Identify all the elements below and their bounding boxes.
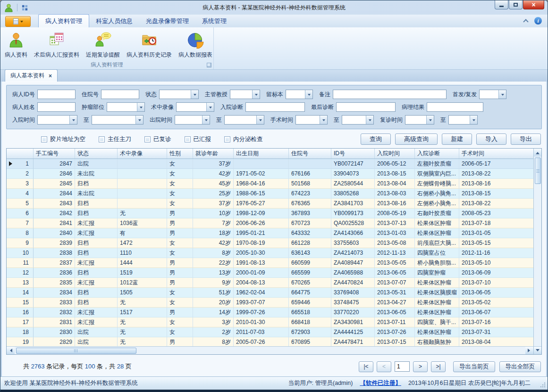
dropdown-arrow-icon[interactable] [366,116,373,124]
row-header[interactable]: 2 [7,169,34,179]
table-row[interactable]: 72841未汇报1036蓝男7岁2006-06-26670723QA002552… [7,218,533,228]
ribbon-tab-disc-video-management[interactable]: 光盘录像带管理 [139,15,195,27]
table-row[interactable]: 52843归档女37岁1976-05-27676365ZA38417032013… [7,199,533,209]
table-row[interactable]: 152833归档无女20岁1993-07-0765944633748475201… [7,298,533,308]
scroll-left-button[interactable] [7,347,15,354]
checkbox-item-revisited[interactable]: 已复诊 [144,135,171,143]
row-header[interactable]: 4 [7,189,34,199]
checkbox-endocrine-exam[interactable] [224,136,230,142]
dropdown-arrow-icon[interactable] [470,116,477,124]
import-button[interactable]: 导入 [476,133,506,145]
filter-select-status[interactable] [159,90,199,99]
first-page-button[interactable]: |< [359,361,373,372]
dropdown-arrow-icon[interactable] [202,116,210,124]
dropdown-arrow-icon[interactable] [252,90,260,99]
checkbox-item-chief-surgeon[interactable]: 主任主刀 [99,135,131,143]
table-row[interactable]: 22846未出院女42岁1971-05-02676166339040732013… [7,169,533,179]
column-header-surgery-date[interactable]: 手术时间 [459,149,533,158]
ribbon-button-data-report[interactable]: 病人数据报表 [175,30,216,60]
table-row[interactable]: 182830出院无女2岁2011-07-03672903ZA4444125201… [7,327,533,337]
new-button[interactable]: 新建 [442,133,472,145]
dropdown-arrow-icon[interactable] [206,103,214,111]
filter-select-admit-date-to[interactable] [92,115,143,125]
column-header-manual-no[interactable]: 手工编号 [34,149,75,158]
info-icon[interactable]: i [534,17,542,25]
row-header[interactable]: 9 [7,238,34,248]
page-number-input[interactable] [395,361,410,372]
column-header-inpatient-no[interactable]: 住院号 [289,149,331,158]
filter-select-admit-date-from[interactable] [37,115,77,125]
filter-input-remark[interactable] [333,91,446,99]
row-header[interactable]: 14 [7,288,34,298]
checkbox-item-endocrine-exam[interactable]: 内分泌检查 [224,135,263,143]
table-row[interactable]: 192829出院无男8岁2005-07-26670895ZA4478471201… [7,337,533,346]
filter-select-first-or-relapse[interactable] [479,90,506,99]
column-header-admit-diagnosis[interactable]: 入院诊断 [415,149,459,158]
row-header[interactable]: 13 [7,278,34,288]
ribbon-button-revisit-reminder[interactable]: 近期复诊提醒 [83,30,123,60]
filter-input-patient-id[interactable] [38,91,75,99]
row-header[interactable]: 12 [7,268,34,278]
ribbon-button-post-op-report[interactable]: 术后病人汇报资料 [31,30,83,60]
dropdown-arrow-icon[interactable] [135,116,143,124]
export-button[interactable]: 导出 [511,133,541,145]
export-all-pages-button[interactable]: 导出全部页 [499,361,541,372]
row-header[interactable]: 16 [7,308,34,317]
column-header-status[interactable]: 状态 [75,149,118,158]
table-row[interactable]: 142834归档1505女51岁1962-02-0466477533769408… [7,288,533,298]
query-button[interactable]: 查询 [361,133,391,145]
checkbox-item-film-address-empty[interactable]: 胶片地址为空 [41,135,85,143]
close-tab-icon[interactable]: × [49,73,52,79]
resize-grip[interactable] [540,382,546,388]
filter-select-discharge-date-to[interactable] [224,115,264,125]
close-button[interactable]: × [523,0,544,9]
table-row[interactable]: 172831未汇报无女3岁2010-01-30668418ZA343098120… [7,317,533,327]
tab-patient-basic-info[interactable]: 病人基本资料 × [5,69,58,82]
minimize-button[interactable] [495,0,508,9]
scroll-up-button[interactable] [534,149,541,157]
table-row[interactable]: 62842归档无男10岁1998-12-09367893YB0099173200… [7,209,533,218]
table-row[interactable]: 92839归档1472女42岁1970-08-19661228337556032… [7,238,533,248]
last-page-button[interactable]: >| [431,361,446,372]
scroll-right-button[interactable] [525,347,533,354]
filter-select-professor[interactable] [230,90,260,99]
filter-input-admit-diagnosis[interactable] [246,103,304,112]
filter-select-tumor-site[interactable] [107,102,145,112]
table-row[interactable]: 32845归档女45岁1968-04-16501568ZA25805442013… [7,179,533,189]
column-header-admit-date[interactable]: 入院时间 [375,149,415,158]
horizontal-scrollbar[interactable] [7,346,533,354]
filter-input-inpatient-no[interactable] [101,91,139,99]
dropdown-arrow-icon[interactable] [426,116,434,124]
row-header[interactable]: 7 [7,218,34,228]
dropdown-arrow-icon[interactable] [305,90,312,99]
row-header[interactable]: 3 [7,179,34,189]
table-row[interactable]: 42844未出院女25岁1988-06-15674223338052682013… [7,189,533,199]
scroll-down-button[interactable] [534,346,541,354]
dropdown-arrow-icon[interactable] [137,103,144,111]
column-header-id-no[interactable]: ID号 [331,149,375,158]
dropdown-arrow-icon[interactable] [498,90,506,99]
dropdown-arrow-icon[interactable] [191,90,198,99]
column-header-birth-date[interactable]: 出生日期 [234,149,289,158]
column-header-intraop-video[interactable]: 术中录像 [118,149,167,158]
table-row[interactable]: 132835未汇报1012蓝男9岁2004-08-13670265ZA44708… [7,278,533,288]
next-page-button[interactable]: > [413,361,428,372]
dropdown-arrow-icon[interactable] [69,116,77,124]
export-current-page-button[interactable]: 导出当前页 [453,361,495,372]
row-header[interactable]: 19 [7,337,34,346]
row-header[interactable]: 17 [7,317,34,327]
filter-select-surgery-date-to[interactable] [342,115,374,125]
table-row[interactable]: 12847出院女37岁YB00721472006-05-12左额叶胶质瘤2006… [7,159,533,169]
dropdown-arrow-icon[interactable] [256,116,264,124]
checkbox-item-reported[interactable]: 已汇报 [185,135,211,143]
filter-input-pathology-result[interactable] [427,103,483,112]
column-header-gender[interactable]: 性别 [167,149,193,158]
vertical-scroll-thumb[interactable] [535,158,541,184]
horizontal-scroll-thumb[interactable] [16,348,136,354]
table-row[interactable]: 82840未汇报有男18岁1995-01-21643332ZA414306620… [7,228,533,238]
quick-access-icon[interactable] [21,4,28,11]
filter-input-patient-name[interactable] [38,103,75,112]
registered-link[interactable]: 【软件已注册】 [360,379,401,387]
row-header[interactable]: 8 [7,228,34,238]
filter-select-discharge-date-from[interactable] [175,115,210,125]
